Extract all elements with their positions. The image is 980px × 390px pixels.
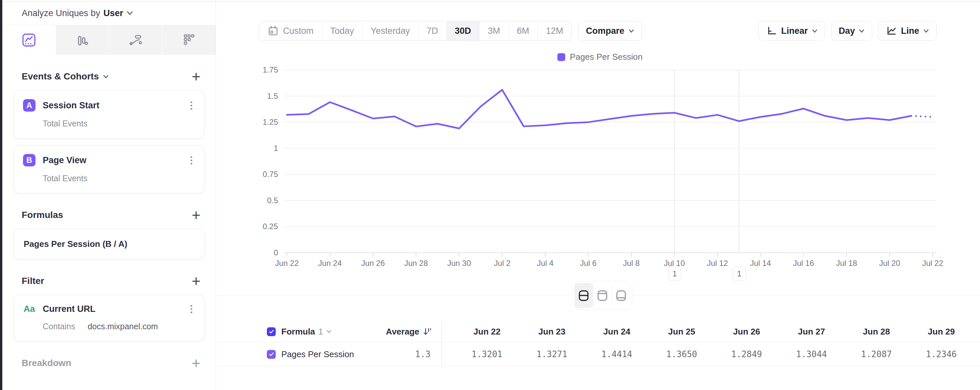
date-range-segmented-control: Custom Today Yesterday 7D 30D 3M 6M 12M — [259, 21, 572, 41]
layout-chart-button[interactable] — [593, 283, 612, 308]
average-label: Average — [386, 327, 419, 337]
annotation-badge[interactable]: 1 — [668, 266, 681, 281]
formula-card[interactable]: Pages Per Session (B / A) — [13, 229, 204, 259]
chevron-down-icon — [923, 29, 929, 33]
tab-flows[interactable] — [109, 25, 163, 55]
flows-sankey-icon — [128, 33, 143, 48]
y-axis-label: 0.5 — [216, 196, 278, 205]
range-7d[interactable]: 7D — [418, 21, 447, 40]
layout-split-button[interactable] — [574, 283, 593, 308]
analyze-label: Analyze Uniques by — [22, 8, 100, 18]
plot-area[interactable] — [216, 46, 980, 309]
filter-property-name: Current URL — [43, 304, 95, 314]
range-today[interactable]: Today — [322, 21, 363, 40]
date-column-header: Jun 28 — [844, 327, 909, 337]
tab-insights[interactable] — [2, 25, 56, 55]
sidebar-content: Events & Cohorts + A Session Start Total… — [2, 71, 216, 368]
range-label: Custom — [283, 26, 313, 36]
x-axis-label: Jun 26 — [348, 259, 398, 268]
layout-bottom-icon — [614, 289, 628, 302]
check-icon — [269, 351, 274, 357]
layout-toggle-group — [573, 281, 632, 310]
formula-selector[interactable]: Formula 1 — [281, 327, 332, 337]
retention-grid-icon — [181, 33, 197, 48]
compare-label: Compare — [586, 26, 624, 36]
annotation-badge[interactable]: 1 — [733, 266, 746, 281]
line-chart[interactable]: Pages Per Session 00.250.50.7511.251.51.… — [216, 46, 980, 309]
filter-operator[interactable]: Contains — [43, 322, 75, 331]
event-aggregation[interactable]: Total Events — [43, 119, 88, 128]
chart-type-button[interactable]: Line — [878, 21, 937, 41]
value-cell: 1.3044 — [779, 349, 844, 359]
average-column-header[interactable]: Average — [386, 327, 431, 337]
tab-funnels[interactable] — [56, 25, 110, 55]
date-column-header: Jun 22 — [455, 327, 520, 337]
event-menu-button[interactable] — [188, 155, 195, 166]
range-6m[interactable]: 6M — [509, 21, 538, 40]
range-label: Yesterday — [371, 26, 410, 36]
x-axis-label: Jun 22 — [262, 259, 312, 268]
filter-menu-button[interactable] — [188, 304, 195, 314]
formula-name: Pages Per Session (B / A) — [23, 238, 195, 250]
series-checkbox[interactable] — [267, 350, 276, 359]
filter-value[interactable]: docs.mixpanel.com — [88, 322, 158, 331]
table-header-row: Formula 1 Average Jun 22Jun 23Jun 24Jun … — [216, 321, 980, 342]
value-cell: 1.2346 — [909, 349, 974, 359]
date-column-header: Jun 24 — [584, 327, 649, 337]
range-label: Today — [330, 26, 354, 36]
chevron-down-icon — [812, 29, 818, 33]
chevron-down-icon — [326, 330, 332, 333]
event-card-page-view[interactable]: B Page View Total Events — [13, 145, 204, 193]
select-all-checkbox[interactable] — [267, 327, 276, 336]
date-column-header: Jun 25 — [649, 327, 714, 337]
chart-options-toolbar: Linear Day Line — [759, 21, 937, 41]
x-axis-label: Jun 30 — [434, 259, 484, 268]
range-custom[interactable]: Custom — [259, 21, 322, 40]
scale-button[interactable]: Linear — [759, 21, 825, 41]
sort-icon — [423, 327, 431, 336]
average-value: 1.3 — [415, 349, 431, 359]
events-cohorts-header: Events & Cohorts + — [13, 71, 204, 82]
tab-retention[interactable] — [163, 25, 216, 55]
events-cohorts-title[interactable]: Events & Cohorts — [22, 71, 109, 82]
legend-swatch — [557, 53, 565, 61]
collapsed-nav-strip — [0, 0, 2, 390]
range-30d-active[interactable]: 30D — [447, 21, 480, 40]
event-menu-button[interactable] — [188, 100, 195, 111]
series-line-projected — [911, 116, 933, 117]
range-yesterday[interactable]: Yesterday — [363, 21, 418, 40]
string-property-icon: Aa — [23, 304, 35, 314]
event-card-session-start[interactable]: A Session Start Total Events — [13, 90, 204, 138]
range-12m[interactable]: 12M — [538, 21, 571, 40]
add-event-button[interactable]: + — [192, 71, 204, 81]
table-row-pages-per-session[interactable]: Pages Per Session 1.3 1.32011.32711.4414… — [216, 342, 980, 366]
add-filter-button[interactable]: + — [192, 276, 204, 286]
filter-header: Filter + — [13, 276, 204, 286]
value-cell: 1.3271 — [520, 349, 585, 359]
breakdown-title: Breakdown — [22, 358, 71, 368]
legend-item[interactable]: Pages Per Session — [557, 52, 643, 62]
compare-button[interactable]: Compare — [578, 21, 642, 41]
analyze-value-dropdown[interactable]: User — [103, 8, 123, 18]
chevron-down-icon — [127, 11, 133, 16]
add-breakdown-button[interactable]: + — [192, 358, 204, 368]
layout-table-button[interactable] — [612, 283, 630, 308]
date-column-header: Jun 29 — [909, 327, 974, 337]
x-axis-label: Jun 28 — [391, 259, 441, 268]
add-formula-button[interactable]: + — [192, 210, 204, 220]
x-axis-label: Jul 8 — [607, 259, 656, 268]
chevron-down-icon — [628, 29, 634, 33]
funnels-bar-chart-icon — [75, 33, 90, 48]
event-title: Page View — [43, 155, 86, 165]
formulas-header: Formulas + — [13, 210, 204, 220]
layout-top-icon — [596, 289, 609, 302]
check-icon — [269, 328, 274, 335]
series-name: Pages Per Session — [281, 349, 354, 360]
filter-card-current-url[interactable]: Aa Current URL Contains docs.mixpanel.co… — [13, 295, 204, 341]
event-aggregation[interactable]: Total Events — [43, 174, 88, 183]
interval-button[interactable]: Day — [831, 21, 873, 41]
x-axis-label: Jul 22 — [908, 259, 957, 268]
range-label: 6M — [517, 26, 530, 36]
y-axis-label: 0.75 — [216, 170, 278, 179]
range-3m[interactable]: 3M — [479, 21, 509, 40]
